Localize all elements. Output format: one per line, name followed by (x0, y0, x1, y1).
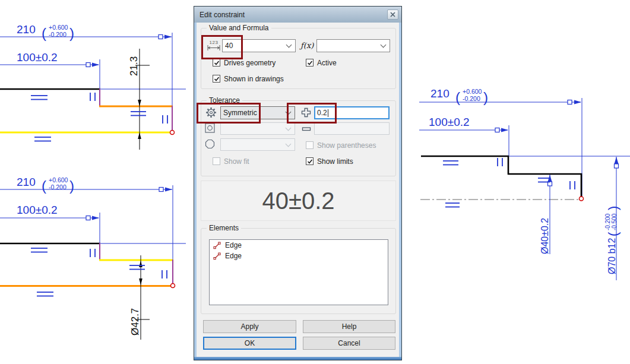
chevron-down-icon (286, 141, 292, 147)
close-button[interactable] (387, 10, 398, 20)
dim-limit-square (159, 188, 163, 192)
dim-arrow (92, 216, 99, 220)
dialog-bottom-border (194, 357, 401, 360)
dialog-title: Edit constraint (200, 11, 387, 19)
ok-button[interactable]: OK (203, 337, 296, 350)
upper-tolerance-input[interactable]: 0.2 (314, 106, 390, 119)
shown-in-drawings-checkbox[interactable] (213, 75, 220, 83)
group-label: Tolerance (207, 96, 242, 105)
check-icon (307, 60, 313, 66)
dimension-d70[interactable]: Ø70 b12 ( -0.200 -0.500 ) (604, 157, 620, 280)
show-parentheses-checkbox (306, 141, 314, 149)
endpoint-marker[interactable] (171, 284, 175, 288)
show-limits-checkbox[interactable] (306, 157, 314, 165)
fit-tolerance-icon (205, 123, 215, 133)
help-button[interactable]: Help (303, 320, 395, 333)
ok-label: OK (245, 339, 255, 347)
fx-label: ƒ(x) (300, 41, 314, 50)
paren-open: ( (42, 25, 46, 41)
dim-tol-lower: -0.500 (611, 213, 618, 230)
drawing-left-bottom[interactable]: 210 ( +0.600 -0.200 ) 100±0.2 (0, 176, 186, 340)
edge-icon (213, 242, 221, 249)
dim-text[interactable]: 210 (17, 23, 36, 36)
application-canvas: 210 ( +0.600 -0.200 ) 100±0.2 (0, 0, 630, 364)
dimension-42-7[interactable]: Ø42.7 (129, 255, 150, 340)
preview-text: 40±0.2 (262, 188, 334, 214)
dimension-100-bottom[interactable]: 100±0.2 (0, 204, 100, 243)
lower-tolerance-input (314, 122, 390, 135)
paren-close: ) (69, 25, 74, 41)
dim-text[interactable]: Ø70 b12 (607, 238, 617, 274)
edge-icon (213, 252, 221, 260)
formula-combobox[interactable] (316, 39, 390, 52)
value-text: 40 (225, 42, 233, 50)
chevron-down-icon[interactable] (286, 109, 292, 115)
dim-tol-upper: +0.600 (49, 176, 68, 183)
dimension-d40[interactable]: Ø40±0.2 (540, 175, 552, 254)
dim-text[interactable]: Ø40±0.2 (540, 218, 550, 254)
dimension-100-right[interactable]: 100±0.2 (419, 116, 509, 156)
dimension-100-top[interactable]: 100±0.2 (0, 51, 100, 89)
dim-text[interactable]: 210 (17, 176, 36, 188)
dimension-21-3[interactable]: 21.3 (128, 49, 150, 150)
dimension-210-right[interactable]: 210 ( +0.600 -0.200 ) (419, 87, 582, 196)
show-fit-label: Show fit (224, 157, 249, 166)
upper-tolerance-text: 0.2 (317, 109, 327, 117)
dim-arrow (139, 261, 143, 267)
drawing-left-top[interactable]: 210 ( +0.600 -0.200 ) 100±0.2 (0, 23, 186, 150)
geometry-bottom[interactable] (0, 243, 186, 288)
help-label: Help (342, 322, 357, 331)
dim-tol-lower: -0.200 (49, 183, 67, 191)
paren-open: ( (606, 232, 620, 236)
geometry-top[interactable] (0, 88, 186, 135)
dim-text[interactable]: 210 (430, 87, 449, 100)
tolerance-type-dropdown[interactable]: Symmetric (220, 106, 295, 119)
dialog-titlebar[interactable]: Edit constraint (194, 7, 401, 23)
endpoint-marker[interactable] (580, 197, 584, 201)
geometry-right[interactable] (420, 156, 630, 201)
dim-text[interactable]: 100±0.2 (429, 116, 470, 128)
list-item-label: Edge (225, 241, 242, 249)
constraint-marks-bottom[interactable] (31, 248, 167, 296)
apply-button[interactable]: Apply (203, 320, 296, 333)
dim-arrow (138, 100, 141, 106)
dim-limit-square (86, 216, 90, 220)
dim-tol-lower: -0.200 (49, 31, 67, 38)
dim-limit-square (568, 100, 572, 105)
shown-in-drawings-label: Shown in drawings (224, 75, 284, 83)
paren-close: ) (606, 206, 620, 210)
drives-geometry-checkbox[interactable] (213, 59, 220, 67)
dim-tol-lower: -0.200 (463, 95, 480, 102)
list-item[interactable]: Edge (210, 240, 388, 251)
tolerance-type-text: Symmetric (223, 109, 257, 117)
check-icon (307, 159, 313, 164)
drawing-right[interactable]: 210 ( +0.600 -0.200 ) 100±0.2 (419, 87, 630, 280)
dim-arrow (574, 100, 581, 105)
dim-arrow (501, 128, 508, 132)
list-item[interactable]: Edge (210, 251, 388, 261)
fit-dropdown (220, 122, 295, 135)
elements-listbox[interactable]: Edge Edge (209, 239, 388, 305)
dim-text[interactable]: 100±0.2 (17, 51, 58, 64)
cancel-button[interactable]: Cancel (303, 337, 395, 350)
dialog-body: Value and Formula 123 40 ƒ(x) Drives geo… (197, 23, 399, 357)
close-icon (390, 12, 395, 17)
apply-label: Apply (240, 322, 258, 331)
dim-limit-square (615, 164, 619, 168)
show-limits-label: Show limits (317, 157, 353, 166)
dim-limit-square (495, 128, 499, 132)
group-label: Value and Formula (207, 24, 271, 32)
dim-text[interactable]: 21.3 (128, 56, 140, 76)
active-checkbox[interactable] (306, 59, 314, 67)
deviation-dropdown (220, 138, 295, 151)
dim-arrow (139, 278, 143, 285)
cancel-label: Cancel (338, 339, 360, 347)
minus-tolerance-icon (302, 125, 311, 133)
dim-text[interactable]: Ø42.7 (129, 308, 141, 335)
dim-arrow (165, 188, 172, 192)
value-combobox[interactable]: 40 (222, 39, 296, 52)
dim-text[interactable]: 100±0.2 (17, 204, 58, 216)
chevron-down-icon[interactable] (381, 42, 387, 48)
chevron-down-icon[interactable] (286, 42, 292, 48)
endpoint-marker[interactable] (170, 131, 175, 135)
